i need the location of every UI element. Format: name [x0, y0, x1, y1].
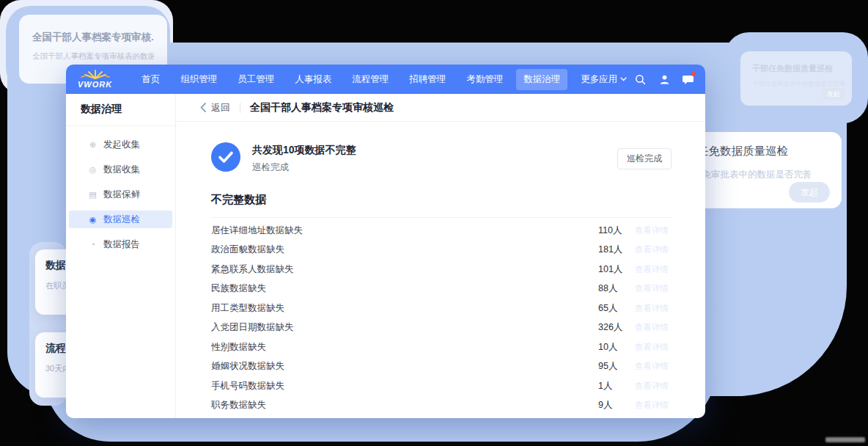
sidebar: 数据治理 ⊕ 发起收集 ◎ 数据收集 ▤ 数据保鲜 — [66, 94, 176, 418]
nav-item-hr-report[interactable]: 人事报表 — [287, 69, 339, 90]
view-details-link[interactable]: 查看详情 — [635, 322, 672, 333]
stage: 全国干部人事档案专项审核... 全国干部人事档案专项审核表的数据是否完善 干部任… — [0, 0, 868, 446]
plus-circle-icon: ⊕ — [88, 140, 98, 150]
nav-item-org[interactable]: 组织管理 — [173, 69, 224, 90]
app-window: VWORK 首页 组织管理 员工管理 人事报表 流程管理 招聘管理 考勤管理 数… — [66, 65, 705, 418]
sidebar-menu: ⊕ 发起收集 ◎ 数据收集 ▤ 数据保鲜 ◉ 数据巡检 — [66, 136, 175, 253]
check-circle-icon — [211, 142, 240, 172]
inspection-status-badge[interactable]: 巡检完成 — [617, 148, 672, 169]
card-subtitle: 全国干部人事档案专项审核表的数据是否完善 — [32, 51, 154, 62]
table-row: 职务数据缺失 9人 查看详情 — [211, 396, 672, 416]
sidebar-item-initiate-collection[interactable]: ⊕ 发起收集 — [69, 136, 172, 153]
brand-text: VWORK — [78, 80, 112, 89]
vwork-logo[interactable]: VWORK — [78, 70, 112, 89]
sidebar-title: 数据治理 — [81, 103, 175, 116]
chevron-down-icon — [620, 77, 627, 81]
summary-text: 共发现10项数据不完整 巡检完成 — [252, 142, 356, 174]
logo-burst-icon — [79, 70, 111, 79]
nav-item-home[interactable]: 首页 — [134, 69, 167, 90]
table-row: 婚姻状况数据缺失 95人 查看详情 — [211, 357, 672, 377]
user-icon[interactable] — [658, 73, 670, 85]
nav-item-data-governance[interactable]: 数据治理 — [516, 69, 567, 90]
summary-status-line: 巡检完成 — [252, 161, 356, 174]
view-details-link[interactable]: 查看详情 — [635, 244, 672, 255]
table-row: 民族数据缺失 88人 查看详情 — [211, 279, 672, 299]
main-content: 共发现10项数据不完整 巡检完成 巡检完成 不完整数据 居住详细地址数据缺失 1… — [176, 122, 705, 418]
view-details-link[interactable]: 查看详情 — [635, 342, 672, 353]
notification-dot — [691, 72, 696, 76]
view-details-link[interactable]: 查看详情 — [635, 264, 672, 275]
back-button[interactable]: 返回 — [200, 101, 230, 114]
back-label: 返回 — [211, 101, 230, 114]
table-row: 入党团日期数据缺失 326人 查看详情 — [211, 318, 672, 338]
view-details-link[interactable]: 查看详情 — [635, 381, 672, 392]
section-divider — [211, 217, 672, 218]
window-body: 数据治理 ⊕ 发起收集 ◎ 数据收集 ▤ 数据保鲜 — [66, 94, 705, 418]
summary-headline: 共发现10项数据不完整 — [252, 144, 356, 157]
view-details-link[interactable]: 查看详情 — [635, 361, 672, 372]
chevron-left-icon — [200, 103, 206, 112]
report-clock-icon: ◔ — [88, 240, 98, 249]
view-details-link[interactable]: 查看详情 — [635, 225, 672, 236]
more-apps-label: 更多应用 — [581, 73, 617, 86]
search-icon[interactable] — [634, 73, 646, 85]
content-column: 返回 全国干部人事档案专项审核巡检 共发现10项数据不完整 — [176, 94, 705, 418]
collection-icon: ◎ — [88, 165, 98, 175]
inspection-card-appointment-quality-faded[interactable]: 干部任免数据质量巡检 干部任免审批表中的数据是否完善 发起 — [740, 51, 852, 106]
view-details-link[interactable]: 查看详情 — [635, 283, 672, 294]
page-title: 全国干部人事档案专项审核巡检 — [250, 101, 394, 114]
table-row: 用工类型数据缺失 65人 查看详情 — [211, 299, 672, 318]
nav-menu: 首页 组织管理 员工管理 人事报表 流程管理 招聘管理 考勤管理 数据治理 更多… — [134, 69, 634, 90]
breadcrumb: 返回 全国干部人事档案专项审核巡检 — [176, 94, 705, 122]
nav-right-icons — [634, 70, 705, 89]
nav-item-employee[interactable]: 员工管理 — [230, 69, 282, 90]
card-title: 干部任免数据质量巡检 — [752, 63, 842, 74]
sidebar-item-data-collection[interactable]: ◎ 数据收集 — [69, 161, 172, 178]
sidebar-item-data-inspection[interactable]: ◉ 数据巡检 — [69, 211, 172, 228]
inspection-icon: ◉ — [88, 215, 98, 224]
table-row: 手机号码数据缺失 1人 查看详情 — [211, 376, 672, 396]
nav-item-process[interactable]: 流程管理 — [345, 69, 396, 90]
top-nav: VWORK 首页 组织管理 员工管理 人事报表 流程管理 招聘管理 考勤管理 数… — [66, 65, 705, 94]
table-row: 居住详细地址数据缺失 110人 查看详情 — [211, 221, 672, 241]
card-title: 全国干部人事档案专项审核... — [32, 31, 154, 44]
message-icon[interactable] — [683, 73, 694, 85]
breadcrumb-divider — [240, 103, 240, 113]
table-row: 紧急联系人数据缺失 101人 查看详情 — [211, 260, 672, 279]
table-row: 政治面貌数据缺失 181人 查看详情 — [211, 241, 672, 260]
nav-item-more-apps[interactable]: 更多应用 — [573, 69, 634, 90]
archive-icon: ▤ — [88, 190, 98, 200]
sidebar-item-data-report[interactable]: ◔ 数据报告 — [69, 235, 172, 253]
incomplete-data-section-title: 不完整数据 — [211, 193, 672, 207]
sidebar-divider — [66, 125, 175, 126]
nav-item-recruit[interactable]: 招聘管理 — [402, 69, 453, 90]
initiate-button[interactable]: 发起 — [821, 88, 846, 100]
inspection-summary: 共发现10项数据不完整 巡检完成 巡检完成 — [211, 142, 672, 174]
view-details-link[interactable]: 查看详情 — [635, 400, 672, 411]
watermark — [825, 437, 865, 442]
view-details-link[interactable]: 查看详情 — [635, 303, 672, 314]
initiate-button[interactable]: 发起 — [789, 182, 830, 202]
table-row: 性别数据缺失 10人 查看详情 — [211, 337, 672, 357]
sidebar-item-data-freshness[interactable]: ▤ 数据保鲜 — [69, 186, 172, 203]
nav-item-attendance[interactable]: 考勤管理 — [459, 69, 510, 90]
incomplete-data-table: 居住详细地址数据缺失 110人 查看详情 政治面貌数据缺失 181人 查看详情 … — [211, 221, 672, 415]
